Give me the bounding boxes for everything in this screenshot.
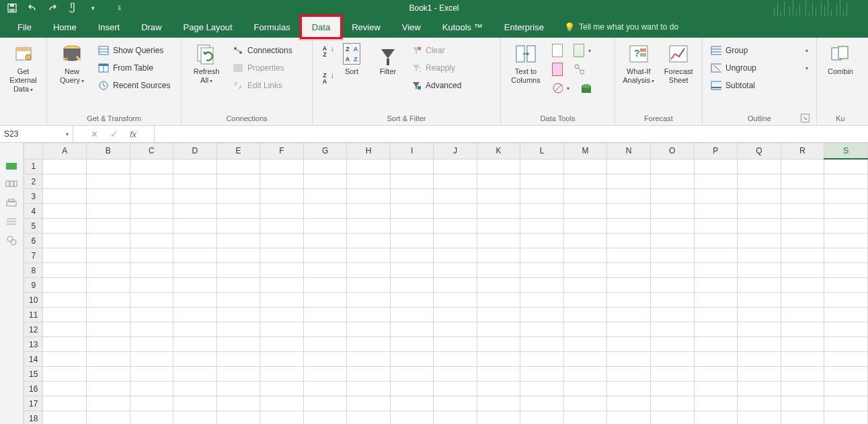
cell[interactable]	[303, 278, 347, 293]
cell[interactable]	[43, 159, 87, 174]
cell[interactable]	[43, 352, 87, 367]
cell[interactable]	[824, 337, 868, 352]
cell[interactable]	[824, 159, 868, 174]
cell[interactable]	[738, 382, 781, 396]
manage-data-model-button[interactable]	[578, 81, 594, 96]
cell[interactable]	[216, 189, 260, 204]
cell[interactable]	[738, 263, 781, 278]
cell[interactable]	[650, 234, 694, 248]
cell[interactable]	[824, 382, 868, 396]
cell[interactable]	[173, 248, 217, 263]
cell[interactable]	[43, 396, 87, 411]
cell[interactable]	[563, 189, 607, 204]
row-header[interactable]: 3	[24, 189, 43, 204]
cell[interactable]	[520, 382, 563, 396]
cell[interactable]	[86, 189, 130, 204]
cell[interactable]	[86, 352, 130, 367]
column-header[interactable]: N	[607, 143, 651, 160]
select-all-cell[interactable]	[24, 143, 43, 160]
cell[interactable]	[781, 159, 824, 174]
cell[interactable]	[390, 159, 433, 174]
cell[interactable]	[520, 278, 563, 293]
cell[interactable]	[260, 322, 304, 337]
column-header[interactable]: D	[173, 143, 217, 160]
row-header[interactable]: 16	[24, 382, 43, 396]
cell[interactable]	[563, 263, 607, 278]
sort-asc-button[interactable]: AZ↓	[318, 46, 331, 58]
cell[interactable]	[260, 293, 304, 308]
cell[interactable]	[390, 278, 433, 293]
cell[interactable]	[650, 382, 694, 396]
cell[interactable]	[781, 219, 824, 234]
cell[interactable]	[216, 293, 260, 308]
cell[interactable]	[650, 337, 694, 352]
cell[interactable]	[434, 219, 477, 234]
cell[interactable]	[694, 204, 738, 219]
cell[interactable]	[260, 396, 304, 411]
cell[interactable]	[738, 219, 781, 234]
cell[interactable]	[43, 411, 87, 425]
cell[interactable]	[434, 352, 477, 367]
cell[interactable]	[694, 308, 738, 322]
refresh-all-button[interactable]: Refresh All	[187, 40, 226, 85]
cell[interactable]	[130, 204, 173, 219]
combine-button[interactable]: Combin	[822, 40, 859, 76]
cell[interactable]	[347, 159, 391, 174]
cell[interactable]	[824, 278, 868, 293]
cell[interactable]	[43, 204, 87, 219]
tab-file[interactable]: File	[7, 16, 42, 38]
cell[interactable]	[477, 263, 520, 278]
cell[interactable]	[260, 189, 304, 204]
cell[interactable]	[694, 159, 738, 174]
cell[interactable]	[130, 367, 173, 382]
row-header[interactable]: 8	[24, 263, 43, 278]
cell[interactable]	[86, 219, 130, 234]
tab-enterprise[interactable]: Enterprise	[494, 16, 555, 38]
cell[interactable]	[303, 293, 347, 308]
cell[interactable]	[563, 352, 607, 367]
cell[interactable]	[477, 352, 520, 367]
cell[interactable]	[390, 263, 433, 278]
cell[interactable]	[130, 189, 173, 204]
cell[interactable]	[303, 234, 347, 248]
cell[interactable]	[86, 248, 130, 263]
cell[interactable]	[434, 382, 477, 396]
column-header[interactable]: L	[520, 143, 563, 160]
cell[interactable]	[216, 396, 260, 411]
cell[interactable]	[607, 308, 651, 322]
cell[interactable]	[781, 337, 824, 352]
cell[interactable]	[216, 234, 260, 248]
cell[interactable]	[824, 352, 868, 367]
cell[interactable]	[650, 248, 694, 263]
cell[interactable]	[173, 322, 217, 337]
cell[interactable]	[86, 367, 130, 382]
cell[interactable]	[303, 411, 347, 425]
cell[interactable]	[434, 337, 477, 352]
cell[interactable]	[607, 189, 651, 204]
cell[interactable]	[738, 322, 781, 337]
cell[interactable]	[86, 382, 130, 396]
cell[interactable]	[434, 204, 477, 219]
cell[interactable]	[607, 337, 651, 352]
cell[interactable]	[781, 411, 824, 425]
cell[interactable]	[347, 174, 391, 189]
cell[interactable]	[650, 293, 694, 308]
gutter-custom-views-icon[interactable]	[5, 217, 17, 226]
cell[interactable]	[607, 263, 651, 278]
cell[interactable]	[130, 322, 173, 337]
cell[interactable]	[781, 248, 824, 263]
cell[interactable]	[781, 396, 824, 411]
cell[interactable]	[694, 189, 738, 204]
cell[interactable]	[260, 219, 304, 234]
cell[interactable]	[43, 189, 87, 204]
outline-launcher-icon[interactable]: ↘	[801, 114, 810, 122]
remove-duplicates-button[interactable]	[549, 62, 565, 77]
gutter-normal-icon[interactable]	[6, 163, 17, 170]
cell[interactable]	[260, 248, 304, 263]
cell[interactable]	[738, 248, 781, 263]
column-header[interactable]: P	[694, 143, 738, 160]
cell[interactable]	[434, 174, 477, 189]
cell[interactable]	[303, 189, 347, 204]
cell[interactable]	[303, 382, 347, 396]
cell[interactable]	[130, 174, 173, 189]
